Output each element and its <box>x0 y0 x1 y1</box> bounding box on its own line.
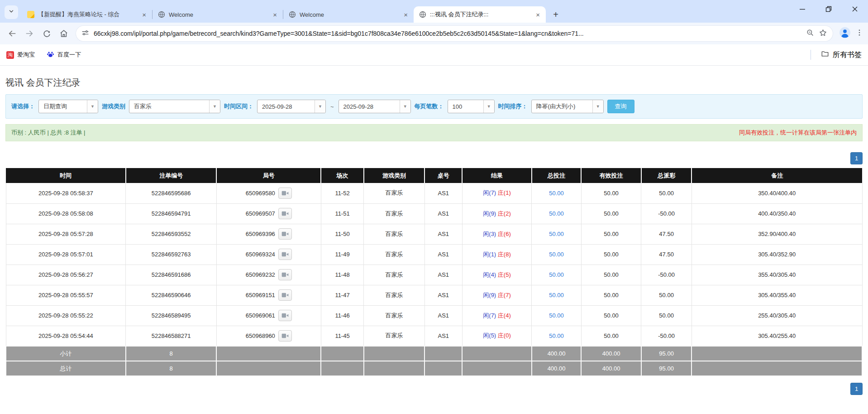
cell-result: 闲(9) 庄(7) <box>462 285 531 305</box>
video-replay-button[interactable] <box>278 228 292 240</box>
reload-button[interactable] <box>39 26 54 41</box>
back-button[interactable] <box>5 26 20 41</box>
search-button[interactable]: 查询 <box>607 100 634 113</box>
cell-valid-bet: 50.00 <box>581 285 641 305</box>
video-replay-button[interactable] <box>278 330 292 342</box>
video-replay-button[interactable] <box>278 289 292 301</box>
page-content: 视讯 会员下注纪录 请选择： 日期查询 ▼ 游戏类别 百家乐 ▼ 时间区间： 2… <box>0 66 868 395</box>
game-type-label: 游戏类别 <box>102 102 125 111</box>
result-banker: 庄(4) <box>498 312 511 319</box>
total-bet-link[interactable]: 50.00 <box>549 312 564 319</box>
home-button[interactable] <box>56 26 72 41</box>
cell-round-id: 650969151 <box>246 292 275 298</box>
game-type-select[interactable]: 百家乐 ▼ <box>129 100 220 113</box>
date-from-value: 2025-09-28 <box>258 100 315 113</box>
zoom-out-icon[interactable] <box>806 29 814 39</box>
close-icon[interactable]: × <box>141 11 148 19</box>
cell-payout: -50.00 <box>641 265 692 285</box>
result-banker: 庄(8) <box>498 251 511 258</box>
subtotal-total-bet: 400.00 <box>532 346 582 361</box>
restore-button[interactable] <box>816 0 842 18</box>
forward-button[interactable] <box>22 26 37 41</box>
toolbar-right <box>837 27 863 40</box>
cell-table-no: AS1 <box>424 265 462 285</box>
video-replay-button[interactable] <box>278 310 292 321</box>
chevron-down-icon: ▼ <box>483 100 494 113</box>
cell-valid-bet: 50.00 <box>581 265 641 285</box>
grand-total-count: 8 <box>126 361 217 376</box>
page-1-button[interactable]: 1 <box>850 383 863 395</box>
bookmark-baidu[interactable]: 百度一下 <box>47 50 81 59</box>
table-row: 2025-09-28 05:58:37 522846595686 6509695… <box>6 183 862 203</box>
tab-welcome-2[interactable]: Welcome × <box>283 6 414 23</box>
cell-round-id: 650969061 <box>246 312 275 319</box>
cell-session: 11-45 <box>321 326 364 346</box>
globe-icon <box>158 11 165 18</box>
all-bookmarks[interactable]: 所有书签 <box>811 50 862 60</box>
chevron-down-icon <box>8 8 14 16</box>
grand-total-total-bet: 400.00 <box>532 361 582 376</box>
table-row: 2025-09-28 05:55:57 522846590646 6509691… <box>6 285 862 305</box>
profile-avatar[interactable] <box>839 27 851 40</box>
page-1-button[interactable]: 1 <box>850 152 863 164</box>
tab-betrecord-active[interactable]: :::视讯 会员下注纪录::: × <box>414 6 546 23</box>
total-bet-link[interactable]: 50.00 <box>549 190 564 197</box>
cell-time: 2025-09-28 05:57:01 <box>6 244 126 265</box>
video-replay-button[interactable] <box>278 188 292 199</box>
cell-time: 2025-09-28 05:54:44 <box>6 326 126 346</box>
currency-summary: 币别 : 人民币 | 总共 :8 注单 | <box>11 129 86 137</box>
cell-table-no: AS1 <box>424 224 462 244</box>
result-player: 闲(7) <box>483 312 496 319</box>
cell-round-id: 650969507 <box>246 210 275 217</box>
bookmark-label: 爱淘宝 <box>17 51 35 59</box>
video-replay-button[interactable] <box>278 249 292 260</box>
sort-label: 时间排序： <box>498 102 528 111</box>
cell-bet-id: 522846592763 <box>126 244 217 265</box>
cell-session: 11-51 <box>321 203 364 224</box>
result-banker: 庄(0) <box>498 332 511 339</box>
close-window-button[interactable] <box>842 0 868 18</box>
menu-dots-icon[interactable] <box>855 29 863 39</box>
cell-time: 2025-09-28 05:58:37 <box>6 183 126 203</box>
tab-forum[interactable]: 【新提醒】海燕策略论坛 - 综合 × <box>22 6 152 23</box>
video-replay-button[interactable] <box>278 208 292 219</box>
total-bet-link[interactable]: 50.00 <box>549 271 564 278</box>
query-type-select[interactable]: 日期查询 ▼ <box>38 100 98 113</box>
page-size-select[interactable]: 100 ▼ <box>448 100 495 113</box>
total-bet-link[interactable]: 50.00 <box>549 332 564 339</box>
tab-search-button[interactable] <box>5 5 18 19</box>
cell-payout: 50.00 <box>641 305 692 326</box>
date-to-select[interactable]: 2025-09-28 ▼ <box>339 100 411 113</box>
bookmark-star-icon[interactable] <box>819 29 827 39</box>
total-bet-link[interactable]: 50.00 <box>549 231 564 237</box>
total-bet-link[interactable]: 50.00 <box>549 210 564 217</box>
total-bet-link[interactable]: 50.00 <box>549 292 564 298</box>
cell-valid-bet: 50.00 <box>581 224 641 244</box>
result-banker: 庄(1) <box>498 189 511 196</box>
tune-icon[interactable] <box>81 29 89 39</box>
close-icon[interactable]: × <box>534 11 541 19</box>
close-icon[interactable]: × <box>272 11 278 19</box>
minimize-button[interactable] <box>789 0 816 18</box>
cell-valid-bet: 50.00 <box>581 203 641 224</box>
cell-remark: 305.40/255.40 <box>692 326 862 346</box>
date-from-select[interactable]: 2025-09-28 ▼ <box>257 100 326 113</box>
address-bar[interactable]: 66cxkj98.com/ipl/portal.php/game/betreco… <box>76 26 833 41</box>
video-replay-button[interactable] <box>278 269 292 280</box>
url-text[interactable]: 66cxkj98.com/ipl/portal.php/game/betreco… <box>94 30 801 37</box>
close-icon[interactable]: × <box>402 11 409 19</box>
bookmark-taobao[interactable]: 淘 爱淘宝 <box>6 51 35 59</box>
subtotal-label: 小计 <box>6 346 126 361</box>
date-range-label: 时间区间： <box>224 102 253 111</box>
pagination-top: 1 <box>5 152 863 164</box>
game-type-value: 百家乐 <box>129 100 209 113</box>
new-tab-button[interactable]: + <box>549 8 562 21</box>
cell-game-type: 百家乐 <box>364 326 424 346</box>
tab-welcome-1[interactable]: Welcome × <box>153 6 283 23</box>
cell-game-type: 百家乐 <box>364 203 424 224</box>
result-banker: 庄(7) <box>498 292 511 298</box>
bookmarks-divider <box>811 50 811 60</box>
total-bet-link[interactable]: 50.00 <box>549 251 564 258</box>
cell-session: 11-50 <box>321 224 364 244</box>
sort-select[interactable]: 降幂(由大到小) ▼ <box>531 100 604 113</box>
